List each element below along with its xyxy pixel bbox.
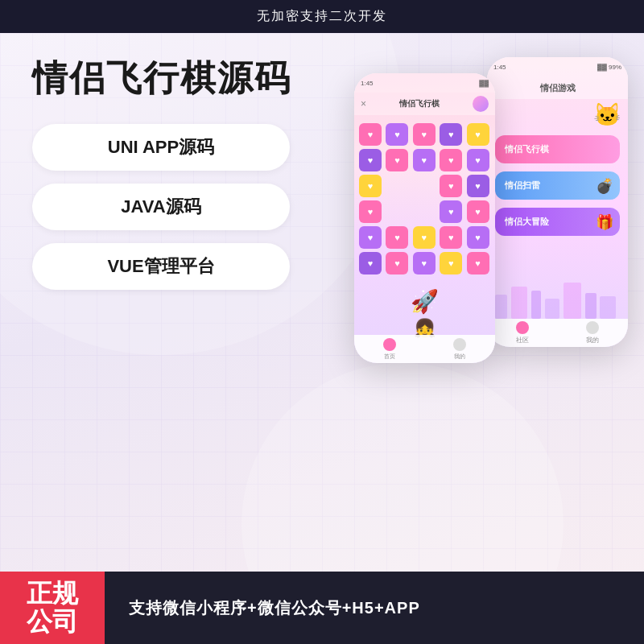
menu-item-flight-chess[interactable]: 情侣飞行棋 [495, 135, 620, 163]
pill-uni-app: UNI APP源码 [32, 124, 290, 171]
battery-icon: ▓▓ 99% [597, 64, 621, 71]
cell: ♥ [467, 226, 489, 249]
svg-rect-2 [531, 291, 541, 319]
avatar [473, 96, 489, 112]
nav-profile: 我的 [586, 321, 599, 345]
cell: ♥ [386, 252, 408, 275]
nav-home: 首页 [383, 338, 396, 361]
svg-rect-6 [600, 296, 616, 319]
phone-left-screen: 1:45 ▓▓ × 情侣飞行棋 ♥ ♥ ♥ ♥ ♥ [354, 73, 495, 363]
top-banner: 无加密支持二次开发 [0, 0, 644, 33]
cell: ♥ [440, 226, 462, 249]
cell: ♥ [467, 149, 489, 171]
close-icon: × [361, 98, 366, 109]
main-area: 情侣飞行棋源码 UNI APP源码 JAVA源码 VUE管理平台 1:45 ▓▓… [0, 33, 644, 605]
nav-dot-active [383, 338, 396, 351]
mascot-character: 🐱 [593, 101, 621, 128]
battery-icon: ▓▓ [479, 80, 489, 87]
phone-right: 1:45 ▓▓ 99% 情侣游戏 🐱 情侣飞行棋 情侣扫雷 💣 [487, 57, 628, 347]
phone-left-statusbar: 1:45 ▓▓ [354, 73, 495, 93]
cell: ♥ [413, 252, 436, 275]
phone-right-statusbar: 1:45 ▓▓ 99% [487, 57, 628, 76]
cell: ♥ [440, 123, 462, 146]
cell: ♥ [386, 123, 408, 146]
left-content: 情侣飞行棋源码 UNI APP源码 JAVA源码 VUE管理平台 [0, 33, 346, 605]
nav-dot [453, 338, 466, 351]
time-label: 1:45 [361, 80, 374, 87]
nav-label: 我的 [586, 336, 599, 345]
main-title: 情侣飞行棋源码 [32, 57, 322, 100]
nav-label: 首页 [384, 353, 395, 361]
cell: ♥ [359, 175, 382, 197]
phones-area: 1:45 ▓▓ × 情侣飞行棋 ♥ ♥ ♥ ♥ ♥ [346, 33, 644, 605]
nav-dot [586, 321, 599, 334]
phone-right-nav: 社区 我的 [487, 319, 628, 347]
cell: ♥ [413, 226, 436, 249]
nav-label: 社区 [516, 336, 529, 345]
company-label: 正规公司 [27, 580, 78, 636]
menu-item-adventure[interactable]: 情侣大冒险 🎁 [495, 208, 620, 236]
pill-java: JAVA源码 [32, 184, 290, 230]
time-label: 1:45 [493, 64, 506, 71]
cell: ♥ [440, 200, 462, 223]
phone-left-nav: 首页 我的 [354, 335, 495, 363]
cell: ♥ [359, 123, 382, 146]
nav-dot [516, 321, 529, 334]
cell: ♥ [467, 200, 489, 223]
cell: ♥ [359, 200, 382, 223]
phone-right-screen: 1:45 ▓▓ 99% 情侣游戏 🐱 情侣飞行棋 情侣扫雷 💣 [487, 57, 628, 347]
bottom-bar: 正规公司 支持微信小程序+微信公众号+H5+APP [0, 572, 644, 644]
cell: ♥ [359, 226, 382, 249]
cell-empty [386, 175, 408, 197]
bottom-left-badge: 正规公司 [0, 572, 105, 644]
gift-icon: 🎁 [596, 213, 613, 231]
support-text: 支持微信小程序+微信公众号+H5+APP [105, 597, 420, 619]
cell: ♥ [467, 175, 489, 197]
game-grid: ♥ ♥ ♥ ♥ ♥ ♥ ♥ ♥ ♥ ♥ ♥ ♥ ♥ [354, 118, 495, 279]
cell: ♥ [467, 123, 489, 146]
cell: ♥ [386, 226, 408, 249]
game-title: 情侣飞行棋 [399, 98, 440, 109]
svg-rect-3 [545, 299, 559, 319]
menu-items: 情侣飞行棋 情侣扫雷 💣 情侣大冒险 🎁 [487, 123, 628, 256]
phone-right-header: 情侣游戏 [487, 76, 628, 99]
pill-vue: VUE管理平台 [32, 243, 290, 290]
cell: ♥ [440, 175, 462, 197]
cell: ♥ [386, 149, 408, 171]
cell-empty [413, 175, 436, 197]
nav-community: 社区 [516, 321, 529, 345]
menu-item-minesweeper[interactable]: 情侣扫雷 💣 [495, 171, 620, 200]
banner-text: 无加密支持二次开发 [257, 9, 387, 23]
nav-label: 我的 [454, 353, 465, 361]
nav-my: 我的 [453, 338, 466, 361]
cell: ♥ [467, 252, 489, 275]
cell: ♥ [359, 149, 382, 171]
game-title-right: 情侣游戏 [540, 82, 576, 94]
phone-left-header: × 情侣飞行棋 [354, 93, 495, 115]
phone-left: 1:45 ▓▓ × 情侣飞行棋 ♥ ♥ ♥ ♥ ♥ [354, 73, 495, 363]
cell: ♥ [413, 149, 436, 171]
rocket-character: 🚀 [411, 288, 439, 315]
svg-rect-1 [511, 287, 527, 319]
cell: ♥ [440, 252, 462, 275]
cell-empty [386, 200, 408, 223]
svg-rect-0 [495, 295, 507, 319]
city-bg [487, 279, 628, 319]
cell: ♥ [440, 149, 462, 171]
cell: ♥ [413, 123, 436, 146]
cell: ♥ [359, 252, 382, 275]
cell-empty [413, 200, 436, 223]
svg-rect-4 [564, 283, 581, 319]
svg-rect-5 [585, 293, 597, 319]
bomb-icon: 💣 [596, 177, 613, 195]
